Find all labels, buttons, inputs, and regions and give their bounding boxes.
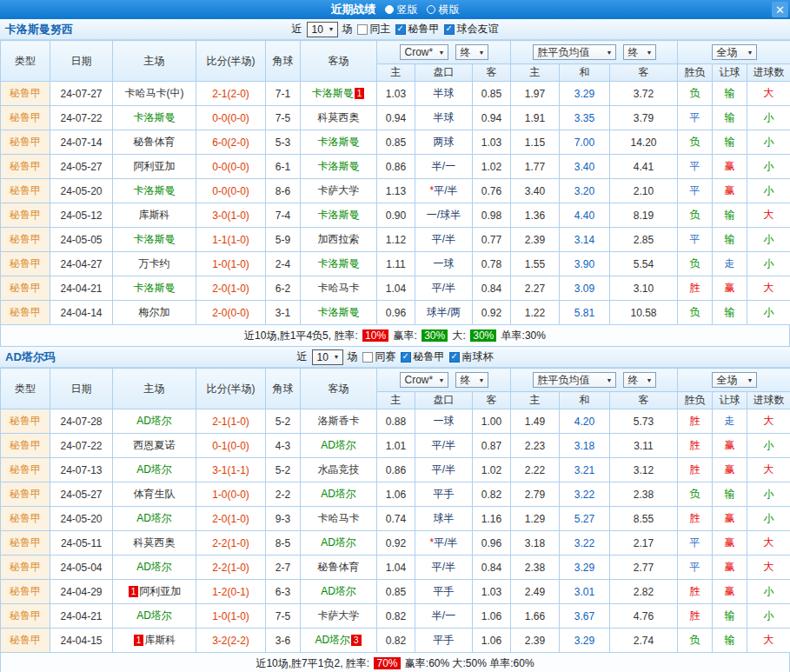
away-team-cell: 卡洛斯曼 (301, 130, 377, 155)
home-team-name[interactable]: 卡哈马卡(中) (125, 87, 184, 99)
eu-draw-odds: 3.18 (560, 434, 610, 458)
away-team-name[interactable]: AD塔尔 (321, 585, 356, 597)
filter-checkbox-league[interactable]: 秘鲁甲 (401, 349, 445, 364)
away-team-name[interactable]: 卡洛斯曼 (312, 87, 354, 99)
wdl-average-dropdown[interactable]: 胜平负均值▼ (533, 44, 616, 60)
away-team-name[interactable]: 卡洛斯曼 (318, 257, 360, 269)
home-team-cell: AD塔尔 (113, 458, 196, 482)
filter-checkbox-same-venue[interactable]: 同主 (357, 22, 391, 37)
home-team-name[interactable]: AD塔尔 (136, 561, 172, 573)
away-team-name[interactable]: 卡萨大学 (318, 184, 360, 196)
ah-home-odds: 0.92 (377, 531, 415, 556)
recent-results-panel: 近期战绩 竖版 横版 ✕ 卡洛斯曼努西 近 10▼ 场 同主 秘鲁甲 球会友谊 (0, 0, 790, 672)
score-cell: 0-0(0-0) (196, 106, 266, 130)
home-team-name[interactable]: 卡洛斯曼 (134, 233, 176, 245)
home-team-name[interactable]: 卡洛斯曼 (134, 282, 176, 294)
handicap-result: 走 (713, 252, 747, 276)
games-label: 场 (348, 349, 358, 364)
eu-away-odds: 2.82 (610, 580, 678, 604)
home-team-name[interactable]: AD塔尔 (136, 415, 172, 427)
eu-home-odds: 2.39 (511, 629, 560, 653)
odds-provider-dropdown[interactable]: Crow*▼ (400, 44, 448, 60)
away-team-name[interactable]: 水晶竞技 (318, 463, 360, 476)
home-team-name[interactable]: 阿利亚加 (134, 160, 176, 172)
away-team-name[interactable]: AD塔尔 (315, 634, 350, 646)
recent-count-select[interactable]: 10▼ (312, 349, 343, 365)
handicap-cell: 两球 (415, 130, 473, 155)
away-team-name[interactable]: AD塔尔 (321, 536, 356, 549)
match-row: 秘鲁甲 24-05-20 卡洛斯曼 0-0(0-0) 8-6 卡萨大学 1.13… (1, 179, 790, 203)
radio-label: 横版 (439, 3, 460, 17)
final-odds-dropdown[interactable]: 终▼ (455, 372, 488, 388)
home-team-name[interactable]: AD塔尔 (136, 463, 172, 476)
away-team-name[interactable]: 洛斯香卡 (318, 415, 360, 427)
home-team-name[interactable]: AD塔尔 (136, 512, 172, 524)
layout-radio-vertical[interactable]: 竖版 (385, 3, 418, 17)
away-team-name[interactable]: 卡洛斯曼 (318, 160, 360, 172)
league-cell: 秘鲁甲 (1, 604, 50, 629)
wdl-average-dropdown[interactable]: 胜平负均值▼ (533, 372, 616, 388)
score-cell: 2-1(1-0) (196, 409, 266, 434)
filter-checkbox-friendly[interactable]: 球会友谊 (444, 22, 499, 37)
wdl-result: 胜 (678, 604, 713, 629)
odds-provider-dropdown[interactable]: Crow*▼ (400, 372, 448, 388)
away-team-name[interactable]: 卡哈马卡 (318, 282, 360, 294)
ah-away-odds: 0.92 (473, 301, 511, 325)
wdl-result: 平 (678, 106, 713, 130)
home-team-name[interactable]: 卡洛斯曼 (134, 111, 176, 123)
final-odds-dropdown[interactable]: 终▼ (455, 44, 488, 60)
corner-cell: 7-4 (266, 203, 301, 228)
handicap-value: 平/半 (432, 439, 455, 451)
recent-count-select[interactable]: 10▼ (307, 22, 338, 37)
eu-away-odds: 8.19 (610, 203, 678, 228)
eu-away-odds: 2.74 (610, 629, 678, 653)
checkbox-label: 秘鲁甲 (408, 22, 440, 37)
close-icon[interactable]: ✕ (772, 2, 788, 17)
eu-away-odds: 8.55 (610, 507, 678, 531)
eu-draw-odds: 3.01 (560, 580, 610, 604)
goals-result: 小 (747, 106, 790, 130)
home-team-name[interactable]: 库斯科 (139, 209, 170, 221)
away-team-name[interactable]: 卡哈马卡 (318, 512, 360, 524)
score-cell: 1-0(1-0) (196, 252, 266, 276)
layout-radio-horizontal[interactable]: 横版 (427, 3, 460, 17)
home-team-name[interactable]: 科莫西奥 (134, 536, 176, 549)
goals-result: 大 (747, 203, 790, 228)
section-team-2: AD塔尔玛 近 10▼ 场 同赛 秘鲁甲 南球杯 类型 日期 主场 (0, 347, 790, 672)
home-team-name[interactable]: 卡洛斯曼 (134, 184, 176, 196)
final-odds-dropdown[interactable]: 终▼ (623, 372, 656, 388)
eu-away-odds: 4.41 (610, 155, 678, 179)
home-team-name[interactable]: AD塔尔 (136, 609, 172, 622)
home-team-name[interactable]: 库斯科 (144, 634, 176, 646)
away-team-name[interactable]: 加西拉索 (318, 233, 360, 245)
filter-checkbox-league[interactable]: 秘鲁甲 (395, 22, 440, 37)
away-team-name[interactable]: 卡萨大学 (318, 609, 360, 622)
home-team-name[interactable]: 秘鲁体育 (134, 136, 176, 148)
home-team-name[interactable]: 梅尔加 (139, 306, 170, 318)
away-team-name[interactable]: 科莫西奥 (318, 111, 360, 123)
away-team-name[interactable]: 卡洛斯曼 (318, 209, 360, 221)
home-team-name[interactable]: 万卡约 (139, 257, 170, 269)
home-team-name[interactable]: 西恩夏诺 (134, 439, 176, 451)
away-team-name[interactable]: 卡洛斯曼 (318, 306, 360, 318)
filter-checkbox-same-venue[interactable]: 同赛 (362, 349, 396, 364)
sub-header-goals: 进球数 (747, 392, 790, 409)
away-team-name[interactable]: AD塔尔 (321, 439, 356, 451)
corner-cell: 2-7 (266, 556, 301, 580)
away-team-name[interactable]: AD塔尔 (321, 488, 356, 500)
final-odds-dropdown[interactable]: 终▼ (623, 44, 656, 60)
sub-header-ah-home: 主 (377, 64, 415, 82)
date-cell: 24-05-20 (50, 507, 113, 531)
away-team-name[interactable]: 卡洛斯曼 (318, 136, 360, 148)
date-cell: 24-04-15 (50, 629, 113, 653)
away-team-name[interactable]: 秘鲁体育 (318, 561, 360, 573)
home-team-name[interactable]: 体育生队 (134, 488, 176, 500)
filter-checkbox-cup[interactable]: 南球杯 (449, 349, 494, 364)
eu-home-odds: 1.36 (511, 203, 560, 228)
home-team-name[interactable]: 阿利亚加 (139, 585, 181, 597)
eu-draw-odds: 5.27 (560, 507, 610, 531)
match-row: 秘鲁甲 24-05-20 AD塔尔 2-0(1-0) 9-3 卡哈马卡 0.74… (1, 507, 790, 531)
full-match-dropdown[interactable]: 全场▼ (712, 372, 757, 388)
away-team-cell: 卡洛斯曼 (301, 155, 377, 179)
full-match-dropdown[interactable]: 全场▼ (712, 44, 757, 60)
